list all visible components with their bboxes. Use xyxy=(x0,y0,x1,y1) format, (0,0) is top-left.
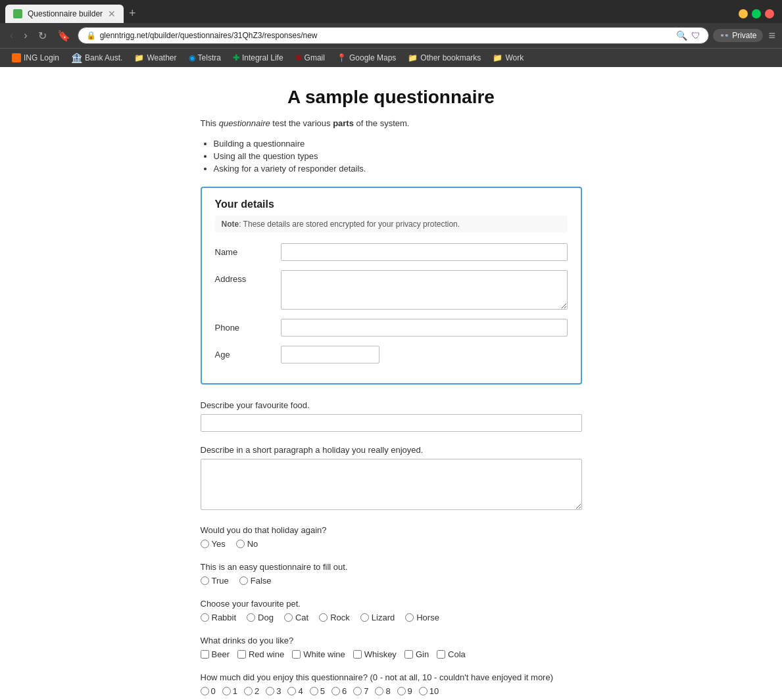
page-title: A sample questionnaire xyxy=(201,87,582,108)
phone-input[interactable] xyxy=(281,319,568,337)
question-2-input[interactable] xyxy=(201,459,582,510)
question-7-options: 0 1 2 3 4 xyxy=(201,686,582,696)
checkbox-white-wine-input[interactable] xyxy=(292,650,301,659)
radio-false-input[interactable] xyxy=(239,576,248,585)
scale-6-input[interactable] xyxy=(331,687,340,695)
scale-1[interactable]: 1 xyxy=(222,686,237,696)
radio-false[interactable]: False xyxy=(239,576,272,586)
radio-no-label: No xyxy=(247,539,258,549)
name-input[interactable] xyxy=(281,243,568,261)
scale-5-input[interactable] xyxy=(310,687,318,695)
scale-0[interactable]: 0 xyxy=(201,686,216,696)
scale-5-label: 5 xyxy=(320,686,325,696)
radio-true-input[interactable] xyxy=(201,576,209,585)
scale-8[interactable]: 8 xyxy=(375,686,390,696)
shield-icon: 🛡 xyxy=(691,30,700,41)
radio-rabbit-label: Rabbit xyxy=(212,613,237,622)
close-button[interactable] xyxy=(765,9,774,18)
checkbox-whiskey-input[interactable] xyxy=(353,650,362,659)
maximize-button[interactable] xyxy=(752,9,761,18)
scale-9[interactable]: 9 xyxy=(397,686,412,696)
tab-close-button[interactable]: ✕ xyxy=(108,9,116,19)
scale-6-label: 6 xyxy=(342,686,347,696)
scale-8-input[interactable] xyxy=(375,687,383,695)
private-mode-button[interactable]: 👓 Private xyxy=(713,29,763,42)
bookmark-ing-label: ING Login xyxy=(24,53,59,62)
active-tab[interactable]: Questionnaire builder ✕ xyxy=(5,5,124,23)
radio-horse-input[interactable] xyxy=(405,613,414,622)
checkbox-gin-input[interactable] xyxy=(404,650,413,659)
new-tab-button[interactable]: + xyxy=(124,4,141,23)
scale-4-input[interactable] xyxy=(287,687,296,695)
scale-7-input[interactable] xyxy=(353,687,362,695)
checkbox-cola[interactable]: Cola xyxy=(437,649,466,659)
minimize-button[interactable] xyxy=(739,9,748,18)
bookmark-ing[interactable]: ING Login xyxy=(7,51,64,64)
scale-4-label: 4 xyxy=(298,686,303,696)
radio-lizard-input[interactable] xyxy=(360,613,369,622)
checkbox-red-wine[interactable]: Red wine xyxy=(237,649,284,659)
scale-4[interactable]: 4 xyxy=(287,686,303,696)
radio-cat-input[interactable] xyxy=(284,613,293,622)
checkbox-red-wine-input[interactable] xyxy=(237,650,246,659)
scale-5[interactable]: 5 xyxy=(310,686,325,696)
checkbox-cola-input[interactable] xyxy=(437,650,445,659)
checkbox-white-wine[interactable]: White wine xyxy=(292,649,345,659)
scale-1-label: 1 xyxy=(233,686,237,696)
url-bar[interactable]: 🔒 glenntrigg.net/qbuilder/questionnaires… xyxy=(78,27,709,44)
radio-dog[interactable]: Dog xyxy=(247,613,274,622)
scale-1-input[interactable] xyxy=(222,687,231,695)
back-button[interactable]: ‹ xyxy=(7,28,16,43)
radio-lizard[interactable]: Lizard xyxy=(360,613,395,622)
bookmark-button[interactable]: 🔖 xyxy=(54,28,74,44)
radio-rabbit[interactable]: Rabbit xyxy=(201,613,237,622)
radio-horse[interactable]: Horse xyxy=(405,613,439,622)
bookmark-integral[interactable]: ✚ Integral Life xyxy=(228,51,289,64)
radio-true[interactable]: True xyxy=(201,576,229,586)
radio-no[interactable]: No xyxy=(236,539,258,549)
question-1: Describe your favourite food. xyxy=(201,400,582,432)
radio-dog-input[interactable] xyxy=(247,613,255,622)
bookmark-telstra[interactable]: ◉ Telstra xyxy=(183,51,226,64)
scale-0-input[interactable] xyxy=(201,687,209,695)
scale-2[interactable]: 2 xyxy=(244,686,259,696)
scale-6[interactable]: 6 xyxy=(331,686,347,696)
checkbox-gin[interactable]: Gin xyxy=(404,649,429,659)
checkbox-beer[interactable]: Beer xyxy=(201,649,230,659)
scale-9-input[interactable] xyxy=(397,687,406,695)
question-1-input[interactable] xyxy=(201,414,582,432)
age-input[interactable] xyxy=(281,346,379,363)
radio-no-input[interactable] xyxy=(236,540,245,548)
bookmark-weather[interactable]: 📁 Weather xyxy=(129,51,182,64)
checkbox-whiskey-label: Whiskey xyxy=(364,649,397,659)
checkbox-beer-input[interactable] xyxy=(201,650,209,659)
browser-menu-button[interactable]: ≡ xyxy=(768,29,775,43)
radio-rock[interactable]: Rock xyxy=(319,613,350,622)
radio-yes-input[interactable] xyxy=(201,540,209,548)
question-2-label: Describe in a short paragraph a holiday … xyxy=(201,445,582,455)
scale-3-input[interactable] xyxy=(266,687,274,695)
checkbox-white-wine-label: White wine xyxy=(303,649,345,659)
radio-lizard-label: Lizard xyxy=(372,613,395,622)
scale-7[interactable]: 7 xyxy=(353,686,368,696)
refresh-button[interactable]: ↻ xyxy=(35,28,50,44)
radio-cat[interactable]: Cat xyxy=(284,613,308,622)
bookmark-other[interactable]: 📁 Other bookmarks xyxy=(403,51,486,64)
radio-rock-input[interactable] xyxy=(319,613,328,622)
list-item: Building a questionnaire xyxy=(214,139,582,149)
scale-2-input[interactable] xyxy=(244,687,253,695)
scale-10[interactable]: 10 xyxy=(419,686,439,696)
forward-button[interactable]: › xyxy=(20,28,30,43)
bookmark-gmaps[interactable]: 📍 Google Maps xyxy=(331,51,401,64)
radio-rabbit-input[interactable] xyxy=(201,613,209,622)
folder-icon: 📁 xyxy=(134,53,144,62)
bookmark-work[interactable]: 📁 Work xyxy=(487,51,529,64)
bookmark-bank[interactable]: 🏦 Bank Aust. xyxy=(66,51,128,65)
scale-10-input[interactable] xyxy=(419,687,428,695)
checkbox-whiskey[interactable]: Whiskey xyxy=(353,649,397,659)
radio-yes[interactable]: Yes xyxy=(201,539,226,549)
bookmark-gmail[interactable]: ✉ Gmail xyxy=(290,51,330,64)
bookmark-bank-label: Bank Aust. xyxy=(85,53,122,62)
scale-3[interactable]: 3 xyxy=(266,686,281,696)
address-input[interactable] xyxy=(281,270,568,310)
